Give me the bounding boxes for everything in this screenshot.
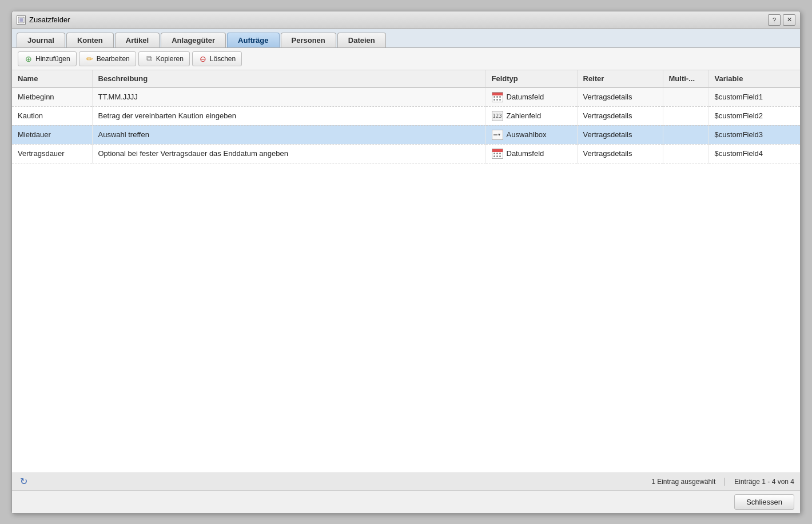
tab-auftraege[interactable]: Aufträge (227, 33, 279, 47)
cell-multi (663, 87, 708, 107)
cell-beschreibung: TT.MM.JJJJ (92, 87, 485, 107)
entries-count: Einträge 1 - 4 von 4 (734, 478, 794, 486)
add-icon: ⊕ (24, 54, 33, 63)
edit-button[interactable]: ✏ Bearbeiten (79, 51, 136, 66)
window-title: Zusatzfelder (29, 15, 70, 24)
col-header-variable: Variable (708, 70, 800, 87)
title-buttons: ? ✕ (768, 14, 795, 26)
help-button[interactable]: ? (768, 14, 781, 26)
delete-button[interactable]: ⊖ Löschen (192, 51, 242, 66)
table-header-row: Name Beschreibung Feldtyp Reiter Multi-.… (12, 70, 800, 87)
cell-feldtyp: 123Zahlenfeld (485, 106, 577, 125)
cell-feldtyp: Datumsfeld (485, 144, 577, 163)
col-header-multi: Multi-... (663, 70, 708, 87)
tab-anlagegueter[interactable]: Anlagegüter (161, 33, 226, 47)
table-row[interactable]: MietdauerAuswahl treffen ▼ AuswahlboxVer… (12, 125, 800, 144)
svg-rect-1 (19, 18, 23, 22)
add-button[interactable]: ⊕ Hinzufügen (18, 51, 77, 66)
cell-reiter: Vertragsdetails (577, 87, 663, 107)
close-button[interactable]: Schliessen (734, 494, 794, 510)
table-row[interactable]: KautionBetrag der vereinbarten Kaution e… (12, 106, 800, 125)
table-row[interactable]: VertragsdauerOptional bei fester Vertrag… (12, 144, 800, 163)
col-header-beschreibung: Beschreibung (92, 70, 485, 87)
title-bar-left: Zusatzfelder (17, 15, 70, 25)
selected-count: 1 Eintrag ausgewählt (651, 478, 715, 486)
bottom-bar: Schliessen (12, 490, 800, 513)
cell-multi (663, 144, 708, 163)
cell-name: Mietdauer (12, 125, 92, 144)
copy-label: Kopieren (156, 55, 184, 63)
cell-beschreibung: Betrag der vereinbarten Kaution eingeben (92, 106, 485, 125)
status-right: 1 Eintrag ausgewählt Einträge 1 - 4 von … (651, 478, 794, 486)
refresh-icon[interactable]: ↻ (18, 476, 29, 487)
cell-name: Mietbeginn (12, 87, 92, 107)
tab-konten[interactable]: Konten (66, 33, 114, 47)
edit-label: Bearbeiten (97, 55, 130, 63)
cell-reiter: Vertragsdetails (577, 106, 663, 125)
copy-icon: ⧉ (145, 54, 154, 63)
table-row[interactable]: MietbeginnTT.MM.JJJJ DatumsfeldVertragsd… (12, 87, 800, 107)
cell-variable: $customField3 (708, 125, 800, 144)
add-label: Hinzufügen (35, 55, 70, 63)
status-divider (725, 478, 725, 486)
feldtyp-label: Auswahlbox (507, 130, 547, 139)
status-left: ↻ (18, 476, 29, 487)
window-close-button[interactable]: ✕ (783, 14, 795, 26)
tabs-bar: Journal Konten Artikel Anlagegüter Auftr… (12, 29, 800, 48)
feldtyp-label: Datumsfeld (507, 149, 544, 158)
data-table: Name Beschreibung Feldtyp Reiter Multi-.… (12, 70, 800, 163)
window-icon (17, 15, 26, 25)
cell-feldtyp: Datumsfeld (485, 87, 577, 107)
edit-icon: ✏ (85, 54, 94, 63)
cell-variable: $customField2 (708, 106, 800, 125)
calendar-icon (492, 92, 503, 102)
content-area: Name Beschreibung Feldtyp Reiter Multi-.… (12, 70, 800, 490)
calendar-icon (492, 149, 503, 159)
number-icon: 123 (492, 111, 503, 121)
cell-multi (663, 106, 708, 125)
delete-label: Löschen (210, 55, 236, 63)
title-bar: Zusatzfelder ? ✕ (12, 11, 800, 29)
cell-feldtyp: ▼ Auswahlbox (485, 125, 577, 144)
feldtyp-label: Zahlenfeld (507, 111, 542, 120)
cell-reiter: Vertragsdetails (577, 125, 663, 144)
cell-variable: $customField4 (708, 144, 800, 163)
tab-dateien[interactable]: Dateien (337, 33, 386, 47)
status-bar: ↻ 1 Eintrag ausgewählt Einträge 1 - 4 vo… (12, 473, 800, 490)
tab-journal[interactable]: Journal (17, 33, 65, 47)
toolbar: ⊕ Hinzufügen ✏ Bearbeiten ⧉ Kopieren ⊖ L… (12, 48, 800, 70)
table-container: Name Beschreibung Feldtyp Reiter Multi-.… (12, 70, 800, 473)
col-header-feldtyp: Feldtyp (485, 70, 577, 87)
cell-name: Kaution (12, 106, 92, 125)
delete-icon: ⊖ (198, 54, 208, 63)
main-window: Zusatzfelder ? ✕ Journal Konten Artikel … (11, 11, 801, 514)
col-header-name: Name (12, 70, 92, 87)
cell-multi (663, 125, 708, 144)
cell-variable: $customField1 (708, 87, 800, 107)
col-header-reiter: Reiter (577, 70, 663, 87)
cell-beschreibung: Optional bei fester Vertragsdauer das En… (92, 144, 485, 163)
feldtyp-label: Datumsfeld (507, 93, 544, 101)
tab-artikel[interactable]: Artikel (115, 33, 160, 47)
tab-personen[interactable]: Personen (281, 33, 336, 47)
copy-button[interactable]: ⧉ Kopieren (138, 51, 190, 66)
cell-name: Vertragsdauer (12, 144, 92, 163)
cell-reiter: Vertragsdetails (577, 144, 663, 163)
cell-beschreibung: Auswahl treffen (92, 125, 485, 144)
select-icon: ▼ (492, 130, 503, 140)
